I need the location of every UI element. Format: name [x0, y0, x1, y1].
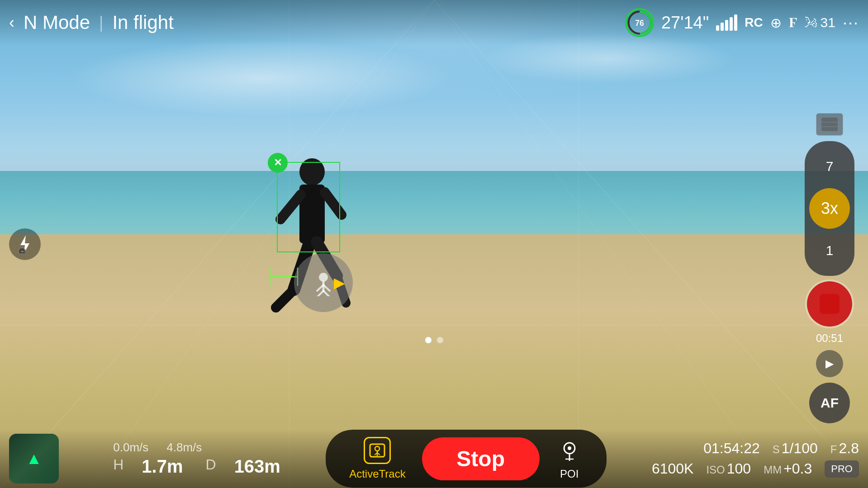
bluetooth-icon: 𝟊 — [789, 15, 797, 31]
aperture-label: F — [830, 443, 837, 456]
h-value: 1.7m — [142, 456, 183, 477]
left-hud: ~ — [9, 228, 41, 260]
svg-text:76: 76 — [635, 19, 644, 28]
direction-arrow: ▶ — [334, 274, 345, 291]
page-dots — [425, 337, 443, 343]
lightning-button[interactable]: ~ — [9, 228, 41, 260]
back-button[interactable]: ‹ — [9, 14, 14, 31]
aperture-metric: F 2.8 — [830, 440, 859, 457]
signal-bars — [716, 14, 737, 31]
svg-point-19 — [319, 273, 328, 282]
ev-metric: MM +0.3 — [764, 460, 812, 477]
time-display: 01:54:22 — [703, 440, 760, 457]
wb-display: 6100K — [652, 460, 694, 477]
svg-point-40 — [568, 446, 571, 450]
bottom-right-metrics: 01:54:22 S 1/100 F 2.8 6100K ISO 100 MM … — [652, 440, 859, 478]
iso-value: 100 — [727, 460, 751, 477]
af-button[interactable]: AF — [809, 383, 850, 423]
svg-line-23 — [318, 291, 323, 296]
pro-badge[interactable]: PRO — [825, 460, 859, 478]
svg-line-11 — [325, 192, 342, 215]
svg-line-13 — [276, 289, 294, 308]
wind-value: 31 — [821, 15, 835, 30]
bottom-hud: ▲ 0.0m/s 4.8m/s H 1.7m D 163m — [0, 429, 868, 488]
shutter-value: 1/100 — [782, 440, 818, 457]
zoom-1x-button[interactable]: 1 — [811, 232, 848, 269]
ev-value: +0.3 — [783, 460, 812, 477]
zoom-7x-button[interactable]: 7 — [811, 148, 848, 185]
signal-bar-3 — [725, 20, 728, 31]
active-track-label: ActiveTrack — [349, 468, 405, 480]
mini-map[interactable]: ▲ — [9, 434, 59, 483]
active-track-button[interactable]: ActiveTrack — [337, 437, 418, 480]
flight-status: In flight — [112, 12, 173, 33]
svg-text:~: ~ — [21, 249, 24, 253]
right-controls: 7 3x 1 00:51 ▶ AF — [805, 113, 854, 423]
signal-bar-1 — [716, 25, 719, 31]
map-arrow-icon: ▲ — [26, 449, 42, 468]
zoom-3x-button[interactable]: 3x — [809, 188, 850, 229]
tracking-close-button[interactable]: ✕ — [268, 153, 288, 173]
page-dot-2[interactable] — [437, 337, 443, 343]
stop-button[interactable]: Stop — [422, 437, 540, 480]
poi-button[interactable]: POI — [543, 437, 596, 480]
poi-label: POI — [560, 468, 579, 480]
shutter-metric: S 1/100 — [773, 440, 818, 457]
zoom-strip: 7 3x 1 — [805, 141, 854, 276]
top-hud: ‹ N Mode | In flight 76 27'14" RC ⊕ 𝟊 — [0, 0, 868, 45]
gps-icon: ⊕ — [770, 15, 782, 31]
play-button[interactable]: ▶ — [816, 350, 843, 377]
svg-line-10 — [280, 194, 301, 219]
mode-divider: | — [99, 13, 103, 32]
camera-metrics-top: 01:54:22 S 1/100 F 2.8 — [703, 440, 859, 457]
svg-point-35 — [375, 446, 379, 451]
ev-label: MM — [764, 464, 782, 476]
flight-time: 27'14" — [661, 13, 709, 33]
top-right-hud: 76 27'14" RC ⊕ 𝟊 🌬 31 ··· — [625, 8, 859, 37]
d-value: 163m — [234, 456, 280, 477]
position-row: H 1.7m D 163m — [113, 456, 280, 477]
page-dot-1[interactable] — [425, 337, 432, 343]
poi-icon — [556, 437, 583, 464]
wind-icon: 🌬 — [804, 15, 818, 30]
d-speed: 4.8m/s — [166, 441, 202, 455]
h-speed: 0.0m/s — [113, 441, 148, 455]
record-time: 00:51 — [816, 332, 843, 345]
more-button[interactable]: ··· — [843, 13, 859, 32]
gallery-thumbnail[interactable] — [816, 113, 843, 136]
flight-metrics: 0.0m/s 4.8m/s H 1.7m D 163m — [113, 441, 280, 477]
aperture-value: 2.8 — [839, 440, 859, 457]
water-layer — [0, 171, 868, 244]
rc-label: RC — [745, 15, 763, 30]
speed-row: 0.0m/s 4.8m/s — [113, 441, 280, 455]
bottom-center-controls: ActiveTrack Stop POI — [326, 430, 606, 488]
signal-bar-5 — [734, 14, 737, 31]
signal-bar-2 — [721, 23, 724, 31]
svg-line-24 — [323, 291, 329, 296]
h-label: H — [113, 456, 123, 477]
d-label: D — [206, 456, 216, 477]
wind-indicator: 🌬 31 — [804, 15, 835, 30]
iso-metric: ISO 100 — [706, 460, 751, 477]
active-track-icon — [364, 437, 391, 464]
svg-rect-31 — [821, 118, 838, 131]
mode-title: N Mode — [24, 12, 90, 33]
shutter-label: S — [773, 443, 780, 456]
camera-metrics-bottom: 6100K ISO 100 MM +0.3 PRO — [652, 460, 859, 478]
battery-indicator: 76 — [625, 8, 654, 37]
record-button[interactable] — [807, 281, 852, 327]
svg-point-8 — [299, 158, 325, 185]
signal-bar-4 — [730, 17, 733, 31]
iso-label: ISO — [706, 464, 725, 476]
